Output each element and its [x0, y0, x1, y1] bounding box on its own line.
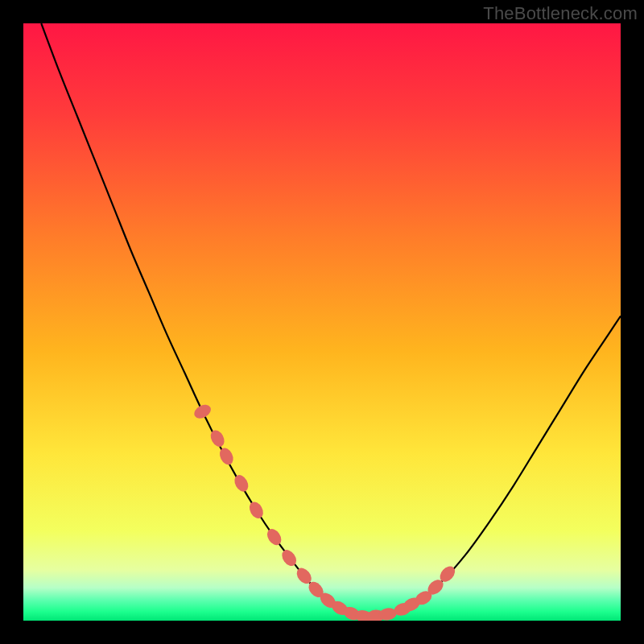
- watermark-text: TheBottleneck.com: [483, 3, 638, 24]
- chart-frame: [23, 23, 621, 621]
- gradient-bg: [23, 23, 621, 621]
- chart-svg: [23, 23, 621, 621]
